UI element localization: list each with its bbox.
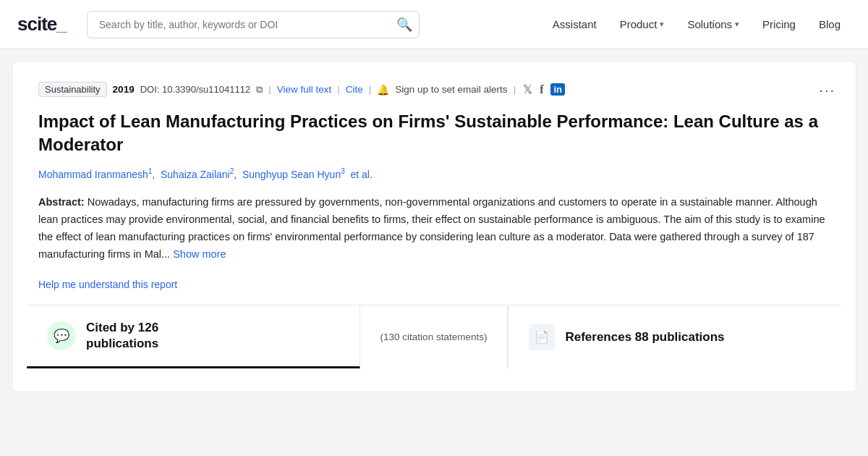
help-link[interactable]: Help me understand this report	[38, 279, 177, 290]
nav-links: Assistant Product ▾ Solutions ▾ Pricing …	[542, 12, 851, 36]
abstract-text: Nowadays, manufacturing firms are pressu…	[38, 196, 825, 260]
search-input[interactable]	[87, 11, 420, 38]
more-icon: ···	[819, 82, 835, 98]
references-section[interactable]: 📄 References 88 publications	[509, 305, 841, 368]
et-al-link[interactable]: et al.	[351, 168, 373, 180]
meta-row: Sustainability 2019 DOI: 10.3390/su11041…	[38, 82, 830, 97]
chevron-down-icon: ▾	[660, 20, 664, 29]
citation-statements-text: (130 citation statements)	[380, 332, 488, 342]
facebook-icon[interactable]: f	[540, 83, 543, 96]
nav-item-product[interactable]: Product ▾	[610, 12, 675, 36]
search-button[interactable]: 🔍	[396, 17, 412, 33]
main-content: ··· Sustainability 2019 DOI: 10.3390/su1…	[0, 61, 868, 392]
cite-link[interactable]: Cite	[346, 84, 363, 95]
more-options-button[interactable]: ···	[819, 82, 835, 98]
stats-bar: 💬 Cited by 126publications (130 citation…	[27, 305, 841, 368]
navbar: scite_ 🔍 Assistant Product ▾ Solutions ▾…	[0, 0, 868, 49]
view-full-text-link[interactable]: View full text	[277, 84, 332, 95]
twitter-icon[interactable]: 𝕏	[523, 83, 532, 96]
cited-by-section[interactable]: 💬 Cited by 126publications	[27, 305, 360, 368]
nav-item-assistant[interactable]: Assistant	[542, 12, 607, 36]
document-icon: 📄	[535, 330, 549, 344]
references-text: References 88 publications	[565, 329, 724, 345]
search-icon: 🔍	[396, 17, 412, 32]
paper-year: 2019	[113, 84, 135, 95]
paper-title: Impact of Lean Manufacturing Practices o…	[38, 110, 830, 157]
search-wrap: 🔍	[87, 11, 420, 38]
authors: Mohammad Iranmanesh1, Suhaiza Zailani2, …	[38, 167, 830, 180]
references-doc-icon: 📄	[529, 324, 555, 350]
bell-icon: 🔔	[377, 84, 389, 96]
chevron-down-icon: ▾	[735, 20, 739, 29]
paper-doi: DOI: 10.3390/su11041112	[140, 84, 251, 95]
author-3-link[interactable]: Sunghyup Sean Hyun	[242, 168, 341, 180]
cited-stats-text: Cited by 126publications	[86, 320, 158, 352]
nav-item-solutions[interactable]: Solutions ▾	[677, 12, 749, 36]
abstract-label: Abstract:	[38, 196, 85, 208]
journal-badge: Sustainability	[38, 82, 107, 97]
paper-card: ··· Sustainability 2019 DOI: 10.3390/su1…	[12, 61, 856, 392]
alert-text: Sign up to set email alerts	[395, 84, 507, 95]
copy-doi-icon[interactable]: ⧉	[256, 84, 263, 96]
logo: scite_	[17, 13, 67, 35]
linkedin-icon[interactable]: in	[550, 83, 565, 96]
abstract: Abstract: Nowadays, manufacturing firms …	[38, 194, 830, 263]
chat-bubble-icon: 💬	[54, 328, 69, 344]
author-1-link[interactable]: Mohammad Iranmanesh	[38, 168, 148, 180]
show-more-button[interactable]: Show more	[173, 248, 226, 260]
author-2-link[interactable]: Suhaiza Zailani	[161, 168, 230, 180]
nav-item-pricing[interactable]: Pricing	[752, 12, 806, 36]
cited-main: Cited by 126publications	[86, 320, 158, 352]
cited-bubble-icon: 💬	[47, 321, 76, 350]
nav-item-blog[interactable]: Blog	[809, 12, 851, 36]
citation-statements-section[interactable]: (130 citation statements)	[360, 305, 509, 368]
